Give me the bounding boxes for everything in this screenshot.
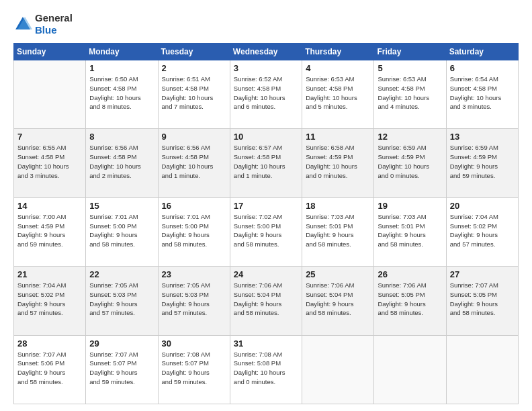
day-number: 2 <box>162 63 226 73</box>
day-number: 1 <box>89 63 154 73</box>
day-number: 5 <box>378 63 442 73</box>
day-info: Sunrise: 7:01 AM Sunset: 5:00 PM Dayligh… <box>162 212 226 249</box>
calendar-cell: 17Sunrise: 7:02 AM Sunset: 5:00 PM Dayli… <box>230 197 302 266</box>
day-info: Sunrise: 7:02 AM Sunset: 5:00 PM Dayligh… <box>234 212 298 249</box>
calendar-cell: 30Sunrise: 7:08 AM Sunset: 5:07 PM Dayli… <box>158 335 230 404</box>
calendar-cell: 7Sunrise: 6:55 AM Sunset: 4:58 PM Daylig… <box>14 129 86 197</box>
calendar-cell: 1Sunrise: 6:50 AM Sunset: 4:58 PM Daylig… <box>86 60 158 129</box>
calendar-table: SundayMondayTuesdayWednesdayThursdayFrid… <box>13 43 519 404</box>
day-number: 19 <box>378 201 442 211</box>
day-number: 31 <box>234 338 298 349</box>
day-number: 4 <box>306 63 370 73</box>
calendar-cell: 14Sunrise: 7:00 AM Sunset: 4:59 PM Dayli… <box>14 197 86 266</box>
day-number: 6 <box>450 63 515 73</box>
day-number: 25 <box>306 269 370 279</box>
calendar-weekday-thursday: Thursday <box>302 44 374 60</box>
day-info: Sunrise: 7:04 AM Sunset: 5:02 PM Dayligh… <box>450 212 515 249</box>
logo-blue: Blue <box>35 24 57 36</box>
day-number: 8 <box>89 132 154 142</box>
day-info: Sunrise: 7:06 AM Sunset: 5:04 PM Dayligh… <box>306 281 370 318</box>
day-number: 20 <box>450 201 515 211</box>
day-info: Sunrise: 7:06 AM Sunset: 5:04 PM Dayligh… <box>234 281 298 318</box>
calendar-cell: 2Sunrise: 6:51 AM Sunset: 4:58 PM Daylig… <box>158 60 230 129</box>
calendar-cell: 19Sunrise: 7:03 AM Sunset: 5:01 PM Dayli… <box>374 197 446 266</box>
day-info: Sunrise: 6:57 AM Sunset: 4:58 PM Dayligh… <box>234 143 298 180</box>
calendar-weekday-monday: Monday <box>86 44 158 60</box>
logo-general: General <box>35 12 73 24</box>
day-info: Sunrise: 7:05 AM Sunset: 5:03 PM Dayligh… <box>89 281 154 318</box>
calendar-cell: 9Sunrise: 6:56 AM Sunset: 4:58 PM Daylig… <box>158 129 230 197</box>
day-number: 9 <box>162 132 226 142</box>
day-info: Sunrise: 7:05 AM Sunset: 5:03 PM Dayligh… <box>162 281 226 318</box>
calendar-weekday-sunday: Sunday <box>14 44 86 60</box>
calendar-cell: 13Sunrise: 6:59 AM Sunset: 4:59 PM Dayli… <box>446 129 518 197</box>
calendar-cell: 20Sunrise: 7:04 AM Sunset: 5:02 PM Dayli… <box>446 197 518 266</box>
calendar-cell: 8Sunrise: 6:56 AM Sunset: 4:58 PM Daylig… <box>86 129 158 197</box>
day-info: Sunrise: 7:01 AM Sunset: 5:00 PM Dayligh… <box>89 212 154 249</box>
day-number: 15 <box>89 201 154 211</box>
calendar-cell: 3Sunrise: 6:52 AM Sunset: 4:58 PM Daylig… <box>230 60 302 129</box>
calendar-weekday-saturday: Saturday <box>446 44 518 60</box>
calendar-cell: 31Sunrise: 7:08 AM Sunset: 5:08 PM Dayli… <box>230 335 302 404</box>
day-info: Sunrise: 7:03 AM Sunset: 5:01 PM Dayligh… <box>306 212 370 249</box>
day-info: Sunrise: 6:55 AM Sunset: 4:58 PM Dayligh… <box>17 143 82 180</box>
day-info: Sunrise: 7:08 AM Sunset: 5:07 PM Dayligh… <box>162 350 226 387</box>
day-info: Sunrise: 7:00 AM Sunset: 4:59 PM Dayligh… <box>17 212 82 249</box>
calendar-cell: 29Sunrise: 7:07 AM Sunset: 5:07 PM Dayli… <box>86 335 158 404</box>
day-number: 28 <box>17 338 82 349</box>
day-number: 7 <box>17 132 82 142</box>
day-number: 22 <box>89 269 154 279</box>
day-number: 3 <box>234 63 298 73</box>
day-info: Sunrise: 6:58 AM Sunset: 4:59 PM Dayligh… <box>306 143 370 180</box>
calendar-row-1: 7Sunrise: 6:55 AM Sunset: 4:58 PM Daylig… <box>14 129 519 197</box>
day-info: Sunrise: 6:59 AM Sunset: 4:59 PM Dayligh… <box>378 143 442 180</box>
day-number: 21 <box>17 269 82 279</box>
day-number: 17 <box>234 201 298 211</box>
day-info: Sunrise: 7:07 AM Sunset: 5:05 PM Dayligh… <box>450 281 515 318</box>
day-info: Sunrise: 6:54 AM Sunset: 4:58 PM Dayligh… <box>450 75 515 111</box>
day-number: 11 <box>306 132 370 142</box>
calendar-cell: 15Sunrise: 7:01 AM Sunset: 5:00 PM Dayli… <box>86 197 158 266</box>
calendar-cell: 28Sunrise: 7:07 AM Sunset: 5:06 PM Dayli… <box>14 335 86 404</box>
calendar-cell: 21Sunrise: 7:04 AM Sunset: 5:02 PM Dayli… <box>14 267 86 335</box>
logo-text: General Blue <box>35 12 73 36</box>
calendar-row-4: 28Sunrise: 7:07 AM Sunset: 5:06 PM Dayli… <box>14 335 519 404</box>
calendar-cell: 23Sunrise: 7:05 AM Sunset: 5:03 PM Dayli… <box>158 267 230 335</box>
calendar-row-2: 14Sunrise: 7:00 AM Sunset: 4:59 PM Dayli… <box>14 197 519 266</box>
day-info: Sunrise: 6:51 AM Sunset: 4:58 PM Dayligh… <box>162 75 226 111</box>
day-info: Sunrise: 6:59 AM Sunset: 4:59 PM Dayligh… <box>450 143 515 180</box>
day-number: 12 <box>378 132 442 142</box>
calendar-cell: 18Sunrise: 7:03 AM Sunset: 5:01 PM Dayli… <box>302 197 374 266</box>
calendar-cell <box>374 335 446 404</box>
day-info: Sunrise: 6:53 AM Sunset: 4:58 PM Dayligh… <box>378 75 442 111</box>
calendar-cell: 22Sunrise: 7:05 AM Sunset: 5:03 PM Dayli… <box>86 267 158 335</box>
logo: General Blue <box>13 12 73 36</box>
day-info: Sunrise: 6:56 AM Sunset: 4:58 PM Dayligh… <box>89 143 154 180</box>
header: General Blue <box>13 12 519 36</box>
calendar-cell: 10Sunrise: 6:57 AM Sunset: 4:58 PM Dayli… <box>230 129 302 197</box>
day-info: Sunrise: 7:07 AM Sunset: 5:07 PM Dayligh… <box>89 350 154 387</box>
day-number: 18 <box>306 201 370 211</box>
calendar-cell: 5Sunrise: 6:53 AM Sunset: 4:58 PM Daylig… <box>374 60 446 129</box>
day-number: 14 <box>17 201 82 211</box>
calendar-weekday-tuesday: Tuesday <box>158 44 230 60</box>
calendar-cell: 26Sunrise: 7:06 AM Sunset: 5:05 PM Dayli… <box>374 267 446 335</box>
day-number: 13 <box>450 132 515 142</box>
day-number: 29 <box>89 338 154 349</box>
day-number: 10 <box>234 132 298 142</box>
calendar-cell: 27Sunrise: 7:07 AM Sunset: 5:05 PM Dayli… <box>446 267 518 335</box>
day-info: Sunrise: 6:52 AM Sunset: 4:58 PM Dayligh… <box>234 75 298 111</box>
calendar-cell: 24Sunrise: 7:06 AM Sunset: 5:04 PM Dayli… <box>230 267 302 335</box>
calendar-cell <box>446 335 518 404</box>
calendar-weekday-friday: Friday <box>374 44 446 60</box>
calendar-cell: 25Sunrise: 7:06 AM Sunset: 5:04 PM Dayli… <box>302 267 374 335</box>
calendar-cell: 16Sunrise: 7:01 AM Sunset: 5:00 PM Dayli… <box>158 197 230 266</box>
day-number: 27 <box>450 269 515 279</box>
logo-icon <box>13 15 32 34</box>
day-info: Sunrise: 7:03 AM Sunset: 5:01 PM Dayligh… <box>378 212 442 249</box>
day-info: Sunrise: 7:07 AM Sunset: 5:06 PM Dayligh… <box>17 350 82 387</box>
day-info: Sunrise: 6:50 AM Sunset: 4:58 PM Dayligh… <box>89 75 154 111</box>
day-info: Sunrise: 7:08 AM Sunset: 5:08 PM Dayligh… <box>234 350 298 387</box>
page: General Blue SundayMondayTuesdayWednesda… <box>0 0 532 411</box>
day-number: 26 <box>378 269 442 279</box>
